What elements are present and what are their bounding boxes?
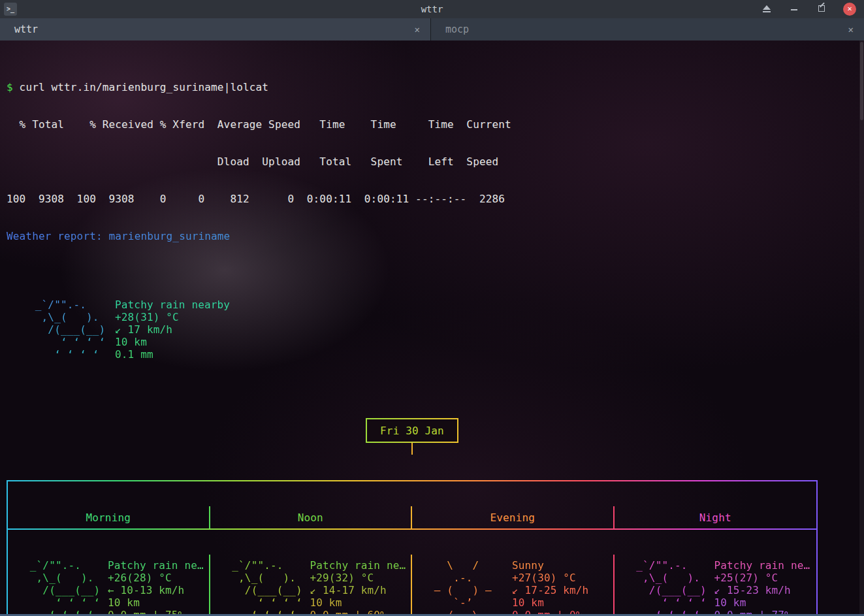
tab-wttr[interactable]: wttr ✕ <box>0 18 431 41</box>
tab-label: wttr <box>14 24 38 35</box>
weather-art-rain: _`/"".-. ,\_( ). /(___(__) ‘ ‘ ‘ ‘ ‘ ‘ ‘… <box>630 559 714 616</box>
tab-bar: wttr ✕ mocp ✕ <box>0 18 864 41</box>
close-button[interactable]: ✕ <box>843 3 856 16</box>
minimize-button[interactable] <box>788 3 800 15</box>
tab-close-icon[interactable]: ✕ <box>848 24 854 35</box>
date-label: Fri 30 Jan <box>380 425 444 437</box>
weather-art-rain: _`/"".-. ,\_( ). /(___(__) ‘ ‘ ‘ ‘ ‘ ‘ ‘… <box>29 299 115 361</box>
curl-progress-values: 100 9308 100 9308 0 0 812 0 0:00:11 0:00… <box>7 193 864 205</box>
curl-progress-header1: % Total % Received % Xferd Average Speed… <box>7 118 864 131</box>
weather-art-rain: _`/"".-. ,\_( ). /(___(__) ‘ ‘ ‘ ‘ ‘ ‘ ‘… <box>226 559 310 616</box>
forecast-text: Patchy rain ne… +25(27) °C ↙ 15-23 km/h … <box>714 559 810 616</box>
weather-art-rain: _`/"".-. ,\_( ). /(___(__) ‘ ‘ ‘ ‘ ‘ ‘ ‘… <box>24 559 108 616</box>
window-title: wttr <box>0 4 864 14</box>
weather-report-title: Weather report: marienburg_suriname <box>7 230 864 242</box>
curl-progress-header2: Dload Upload Total Spent Left Speed <box>7 155 864 168</box>
period-header-row: Morning Noon Evening Night <box>8 506 816 530</box>
current-conditions-text: Patchy rain nearby +28(31) °C ↙ 17 km/h … <box>115 299 230 361</box>
window-buttons: ✕ <box>761 3 864 16</box>
period-header-evening: Evening <box>412 506 615 528</box>
shell-dollar: $ <box>7 81 13 93</box>
forecast-cells-row: _`/"".-. ,\_( ). /(___(__) ‘ ‘ ‘ ‘ ‘ ‘ ‘… <box>8 555 816 616</box>
forecast-cell-night: _`/"".-. ,\_( ). /(___(__) ‘ ‘ ‘ ‘ ‘ ‘ ‘… <box>615 555 817 616</box>
minimize-icon <box>791 9 797 10</box>
fullscreen-button[interactable] <box>761 3 773 15</box>
command-text: curl wttr.in/marienburg_suriname|lolcat <box>20 81 269 93</box>
period-header-night: Night <box>615 506 817 528</box>
tab-mocp[interactable]: mocp ✕ <box>431 18 864 41</box>
scrollbar[interactable] <box>859 41 864 614</box>
eject-icon <box>763 5 771 10</box>
restore-icon <box>818 5 825 12</box>
scrollbar-thumb[interactable] <box>860 42 863 120</box>
forecast-cell-noon: _`/"".-. ,\_( ). /(___(__) ‘ ‘ ‘ ‘ ‘ ‘ ‘… <box>210 555 413 616</box>
forecast-text: Sunny +27(30) °C ↙ 17-25 km/h 10 km 0.0 … <box>512 559 588 616</box>
period-header-noon: Noon <box>210 506 413 528</box>
tab-close-icon[interactable]: ✕ <box>415 24 420 35</box>
forecast-table: Morning Noon Evening Night _`/"".-. ,\_(… <box>7 480 818 616</box>
title-bar: >_ wttr ✕ <box>0 0 864 18</box>
forecast-text: Patchy rain ne… +29(32) °C ↙ 14-17 km/h … <box>310 559 406 616</box>
tab-label: mocp <box>445 24 469 35</box>
forecast-cell-evening: \ / .-. ― ( ) ― `-’ / \ Sunny +27(30) °C… <box>412 555 615 616</box>
date-box-connector <box>411 443 413 455</box>
forecast-cell-morning: _`/"".-. ,\_( ). /(___(__) ‘ ‘ ‘ ‘ ‘ ‘ ‘… <box>8 555 210 616</box>
weather-art-sun: \ / .-. ― ( ) ― `-’ / \ <box>428 559 512 616</box>
date-box: Fri 30 Jan <box>366 418 458 443</box>
forecast-text: Patchy rain ne… +26(28) °C ← 10-13 km/h … <box>108 559 204 616</box>
forecast-day-friday: Fri 30 Jan Morning Noon Evening Night _`… <box>7 430 818 616</box>
current-conditions: _`/"".-. ,\_( ). /(___(__) ‘ ‘ ‘ ‘ ‘ ‘ ‘… <box>29 299 864 361</box>
terminal-viewport[interactable]: $ curl wttr.in/marienburg_suriname|lolca… <box>0 41 864 616</box>
period-header-morning: Morning <box>8 506 210 528</box>
restore-button[interactable] <box>816 3 827 15</box>
terminal-window: >_ wttr ✕ wttr ✕ mocp ✕ $ curl wttr.in/m… <box>0 0 864 616</box>
command-line: $ curl wttr.in/marienburg_suriname|lolca… <box>7 81 864 93</box>
